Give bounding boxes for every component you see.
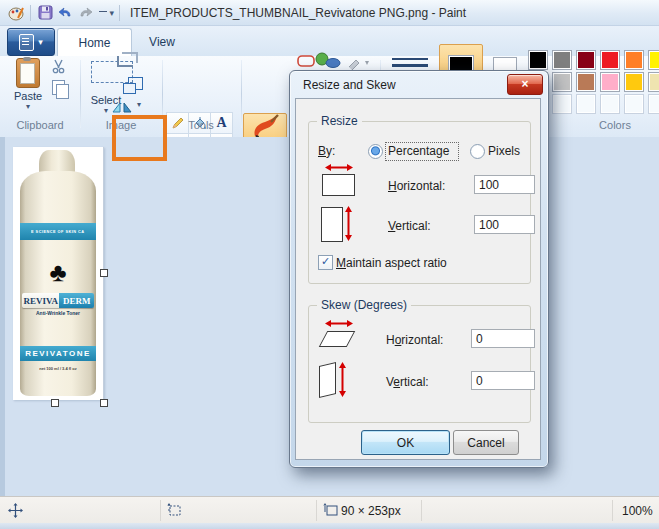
zoom-level-value: 100% — [622, 504, 653, 518]
palette-swatch[interactable] — [552, 50, 572, 70]
bottle-body: E SCIENCE OF SKIN CA ♣ REVIVA DERM Anti-… — [20, 171, 96, 396]
rotate-button[interactable] — [110, 98, 136, 116]
palette-empty-slot[interactable] — [648, 94, 659, 114]
palette-empty-slot[interactable] — [600, 94, 620, 114]
dialog-title: Resize and Skew — [303, 78, 396, 92]
save-button[interactable] — [36, 4, 54, 22]
status-separator — [316, 500, 317, 521]
vertical-arrow-icon — [337, 362, 348, 397]
group-label-tools: Tools — [168, 119, 234, 131]
horizontal-arrow-icon — [325, 162, 353, 173]
percentage-label: Percentage — [388, 144, 449, 158]
chevron-down-icon — [26, 102, 30, 111]
image-size-value: 90 × 253px — [341, 504, 401, 518]
palette-empty-slot[interactable] — [624, 94, 644, 114]
group-separator — [80, 60, 81, 128]
separator — [30, 5, 31, 21]
copy-button[interactable] — [49, 78, 67, 96]
title-bar: ITEM_PRODUCTS_THUMBNAIL_Revivatone PNG.p… — [0, 0, 659, 26]
image-size-icon — [322, 503, 338, 521]
palette-swatch[interactable] — [624, 72, 644, 92]
ok-button[interactable]: OK — [361, 430, 450, 455]
bottle-name-band: REVIVATONE — [20, 346, 96, 361]
palette-swatch[interactable] — [528, 50, 548, 70]
resize-horizontal-input[interactable] — [474, 175, 535, 194]
skew-horizontal-shape-icon — [319, 331, 356, 347]
copy-icon — [52, 80, 65, 95]
brand-right: DERM — [59, 293, 94, 308]
skew-horizontal-input[interactable] — [471, 329, 535, 348]
resize-icon — [128, 77, 143, 90]
maintain-aspect-ratio-checkbox[interactable] — [318, 255, 333, 270]
canvas-resize-handle-bottom[interactable] — [51, 399, 59, 407]
skew-group-caption: Skew (Degrees) — [317, 298, 411, 312]
palette-swatch[interactable] — [600, 50, 620, 70]
resize-vertical-input[interactable] — [474, 215, 535, 234]
palette-row-1 — [528, 50, 659, 70]
group-separator — [241, 60, 242, 128]
palette-empty-slot[interactable] — [552, 94, 572, 114]
palette-swatch[interactable] — [624, 50, 644, 70]
tab-home[interactable]: Home — [57, 28, 132, 57]
resize-skew-dialog: Resize and Skew Resize By: Percentage Pi… — [289, 70, 549, 468]
maintain-aspect-ratio-label: Maintain aspect ratio — [336, 256, 447, 270]
skew-vertical-input[interactable] — [471, 371, 535, 390]
window-title: ITEM_PRODUCTS_THUMBNAIL_Revivatone PNG.p… — [130, 6, 466, 20]
palette-swatch[interactable] — [552, 72, 572, 92]
palette-swatch[interactable] — [648, 72, 659, 92]
window-bottom-edge — [0, 523, 659, 529]
chevron-down-icon — [104, 106, 108, 115]
resize-group-caption: Resize — [317, 114, 362, 128]
bottle-top-band: E SCIENCE OF SKIN CA — [20, 223, 96, 240]
tab-view[interactable]: View — [132, 28, 192, 56]
status-separator — [421, 500, 422, 521]
separator — [119, 5, 120, 21]
vertical-arrow-icon — [343, 206, 354, 241]
palette-swatch[interactable] — [576, 50, 596, 70]
dialog-close-button[interactable] — [507, 74, 543, 95]
shapes-button[interactable] — [296, 52, 342, 70]
skew-group: Skew (Degrees) Horizontal: Vertical: — [308, 305, 531, 423]
paint-window: ITEM_PRODUCTS_THUMBNAIL_Revivatone PNG.p… — [0, 0, 659, 529]
palette-empty-slot[interactable] — [576, 94, 596, 114]
bottle-brand-banner: REVIVA DERM — [22, 293, 94, 308]
resize-button[interactable] — [126, 74, 144, 92]
group-label-clipboard: Clipboard — [4, 119, 76, 131]
redo-button[interactable] — [76, 4, 94, 22]
menu-icon — [19, 34, 34, 51]
bottle-subtitle: Anti-Wrinkle Toner — [34, 311, 81, 317]
cut-button[interactable] — [49, 57, 67, 75]
palette-swatch[interactable] — [600, 72, 620, 92]
resize-horizontal-label: Horizontal: — [388, 179, 445, 193]
canvas-resize-handle-corner[interactable] — [100, 399, 108, 407]
resize-horizontal-shape-icon — [322, 174, 355, 196]
resize-vertical-label: Vertical: — [388, 219, 431, 233]
application-menu-button[interactable] — [7, 28, 55, 56]
paste-button[interactable]: Paste — [8, 58, 48, 111]
cursor-position-icon — [8, 503, 23, 521]
chevron-down-icon — [38, 37, 43, 47]
paint-app-icon — [7, 4, 25, 22]
palette-swatch[interactable] — [576, 72, 596, 92]
resize-group: Resize By: Percentage Pixels Horizontal:… — [308, 121, 531, 284]
customize-quick-access-toolbar-icon[interactable] — [96, 4, 114, 22]
skew-vertical-shape-icon — [319, 362, 336, 398]
group-label-colors: Colors — [575, 119, 655, 131]
cancel-button[interactable]: Cancel — [453, 430, 519, 455]
palette-swatch[interactable] — [648, 50, 659, 70]
pixels-radio[interactable] — [470, 144, 485, 159]
crop-icon[interactable] — [117, 56, 133, 67]
paste-clipboard-icon — [16, 58, 40, 88]
dialog-body: Resize By: Percentage Pixels Horizontal:… — [295, 98, 541, 460]
brand-left: REVIVA — [22, 293, 59, 308]
selection-size-icon — [166, 503, 182, 521]
percentage-radio[interactable] — [368, 144, 383, 159]
by-label: By: — [318, 144, 335, 158]
canvas-resize-handle-right[interactable] — [100, 269, 108, 277]
horizontal-arrow-icon — [325, 318, 353, 329]
status-separator — [612, 500, 613, 521]
canvas[interactable]: E SCIENCE OF SKIN CA ♣ REVIVA DERM Anti-… — [13, 147, 104, 400]
undo-button[interactable] — [56, 4, 74, 22]
status-bar: 90 × 253px 100% — [0, 496, 659, 524]
bottle-logo: ♣ — [20, 257, 96, 287]
